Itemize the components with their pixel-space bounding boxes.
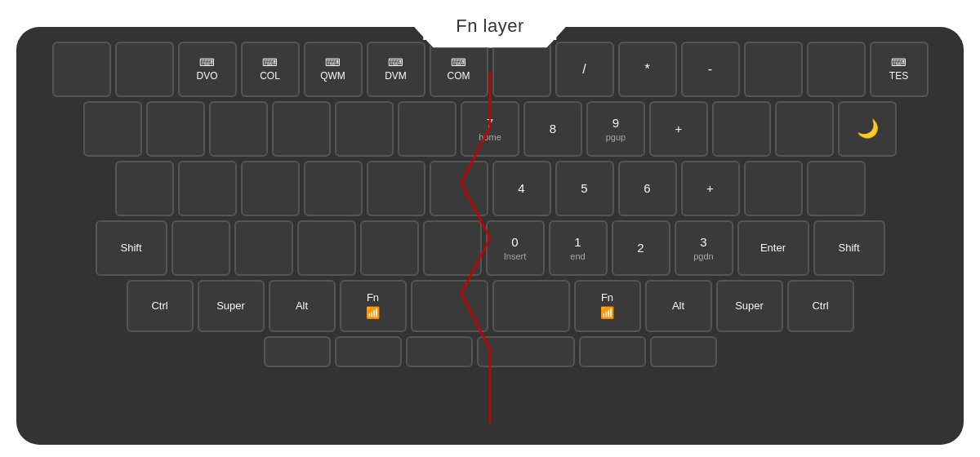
- keyboard-body: ⌨ DVO ⌨ COL ⌨ QWM ⌨ DVM ⌨ COM: [16, 27, 964, 445]
- key-main: 8: [550, 121, 556, 137]
- key-7-home[interactable]: 7 home: [461, 101, 519, 157]
- key-asterisk[interactable]: *: [618, 42, 677, 97]
- key-8[interactable]: 8: [523, 101, 582, 157]
- r2-empty-2[interactable]: [146, 101, 205, 157]
- key-alt-left[interactable]: Alt: [269, 280, 336, 332]
- r2-empty-7[interactable]: [712, 101, 771, 157]
- key-label: Ctrl: [812, 299, 828, 313]
- key-empty-1[interactable]: [52, 42, 111, 97]
- key-shift-right[interactable]: Shift: [813, 220, 885, 276]
- key-dvm[interactable]: ⌨ DVM: [367, 42, 425, 97]
- key-main: 1: [574, 234, 581, 251]
- key-sub: home: [479, 131, 501, 143]
- key-main: 0: [511, 234, 518, 251]
- key-ctrl-left[interactable]: Ctrl: [127, 280, 194, 332]
- key-ctrl-right[interactable]: Ctrl: [787, 280, 854, 332]
- key-3-pgdn[interactable]: 3 pgdn: [675, 220, 733, 276]
- r3-empty-6[interactable]: [430, 161, 488, 216]
- key-super-right[interactable]: Super: [716, 280, 783, 332]
- key-space[interactable]: [477, 336, 575, 367]
- r5-empty-1[interactable]: [411, 280, 488, 332]
- key-1-end[interactable]: 1 end: [549, 220, 608, 276]
- key-label: DVM: [385, 70, 407, 83]
- r6-empty-2[interactable]: [335, 336, 402, 367]
- kbd-icon-dvo: ⌨: [199, 56, 215, 70]
- key-empty-4[interactable]: [744, 42, 803, 97]
- r5-empty-2[interactable]: [492, 280, 570, 332]
- r4-empty-2[interactable]: [234, 220, 293, 276]
- key-main: 2: [637, 240, 644, 256]
- key-0-insert[interactable]: 0 Insert: [486, 220, 545, 276]
- key-main: 9: [612, 115, 619, 131]
- key-label: QWM: [320, 70, 345, 83]
- key-label: Alt: [672, 299, 684, 313]
- key-slash[interactable]: /: [555, 42, 614, 97]
- row-6: [34, 336, 946, 367]
- key-qwm[interactable]: ⌨ QWM: [304, 42, 363, 97]
- key-empty-5[interactable]: [807, 42, 866, 97]
- key-5[interactable]: 5: [555, 161, 614, 216]
- key-tes[interactable]: ⌨ TES: [870, 42, 929, 97]
- r6-empty-4[interactable]: [579, 336, 646, 367]
- key-enter[interactable]: Enter: [737, 220, 809, 276]
- r3-empty-5[interactable]: [367, 161, 425, 216]
- r4-empty-4[interactable]: [360, 220, 419, 276]
- r2-empty-1[interactable]: [83, 101, 142, 157]
- key-main: 4: [518, 180, 524, 197]
- key-dvo[interactable]: ⌨ DVO: [178, 42, 237, 97]
- key-label: TES: [889, 70, 908, 83]
- row-3: 4 5 6 +: [34, 161, 946, 216]
- r3-empty-8[interactable]: [807, 161, 866, 216]
- row-5: Ctrl Super Alt Fn 📶 Fn 📶: [34, 280, 946, 332]
- key-label: *: [644, 61, 649, 78]
- r6-empty-1[interactable]: [264, 336, 331, 367]
- key-main: 6: [644, 180, 650, 197]
- key-main: 3: [700, 234, 706, 251]
- key-main: 7: [487, 115, 493, 131]
- key-plus-1[interactable]: +: [649, 101, 708, 157]
- r4-empty-3[interactable]: [297, 220, 356, 276]
- r2-empty-6[interactable]: [398, 101, 457, 157]
- key-label: Alt: [296, 299, 308, 313]
- kbd-icon-col: ⌨: [262, 56, 278, 70]
- key-main: +: [706, 180, 714, 197]
- key-2[interactable]: 2: [612, 220, 670, 276]
- key-super-left[interactable]: Super: [198, 280, 265, 332]
- key-sub: end: [570, 251, 585, 262]
- key-label: -: [708, 61, 712, 78]
- r3-empty-7[interactable]: [744, 161, 803, 216]
- key-fn-left[interactable]: Fn 📶: [340, 280, 407, 332]
- key-fn-right[interactable]: Fn 📶: [574, 280, 641, 332]
- r6-empty-3[interactable]: [406, 336, 473, 367]
- key-label: Enter: [760, 242, 786, 255]
- r3-empty-3[interactable]: [241, 161, 300, 216]
- key-empty-2[interactable]: [115, 42, 174, 97]
- r4-empty-1[interactable]: [172, 220, 230, 276]
- key-minus[interactable]: -: [681, 42, 740, 97]
- key-label: Super: [216, 299, 245, 313]
- key-4[interactable]: 4: [492, 161, 551, 216]
- key-plus-2[interactable]: +: [681, 161, 740, 216]
- r2-empty-4[interactable]: [272, 101, 331, 157]
- r6-empty-5[interactable]: [650, 336, 717, 367]
- key-alt-right[interactable]: Alt: [645, 280, 712, 332]
- r2-empty-5[interactable]: [335, 101, 394, 157]
- r3-empty-4[interactable]: [304, 161, 363, 216]
- row-1: ⌨ DVO ⌨ COL ⌨ QWM ⌨ DVM ⌨ COM: [34, 42, 946, 97]
- key-6[interactable]: 6: [618, 161, 677, 216]
- key-9-pgup[interactable]: 9 pgup: [586, 101, 645, 157]
- r3-empty-2[interactable]: [178, 161, 237, 216]
- key-moon[interactable]: 🌙: [838, 101, 897, 157]
- wifi-icon-left: 📶: [366, 305, 380, 320]
- key-shift-left[interactable]: Shift: [96, 220, 167, 276]
- r3-empty-1[interactable]: [115, 161, 174, 216]
- r2-empty-3[interactable]: [209, 101, 268, 157]
- key-com[interactable]: ⌨ COM: [430, 42, 488, 97]
- key-label: /: [582, 61, 586, 78]
- r2-empty-8[interactable]: [775, 101, 834, 157]
- key-col[interactable]: ⌨ COL: [241, 42, 300, 97]
- key-label: Super: [735, 299, 764, 313]
- r4-empty-5[interactable]: [423, 220, 482, 276]
- kbd-icon-qwm: ⌨: [325, 56, 341, 70]
- key-empty-3[interactable]: [492, 42, 551, 97]
